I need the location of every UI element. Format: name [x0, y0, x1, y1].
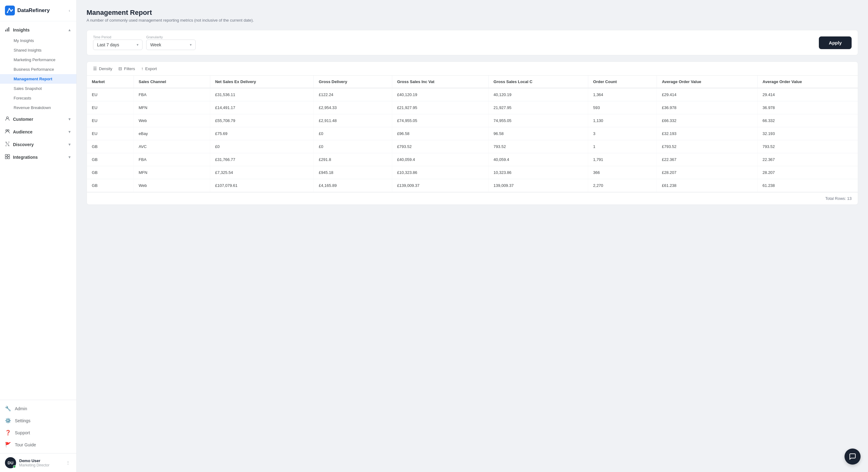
sidebar-item-forecasts[interactable]: Forecasts: [0, 93, 76, 103]
audience-label: Audience: [13, 129, 32, 134]
cell-gross-local: 40,120.19: [488, 88, 588, 101]
sidebar-item-management-report[interactable]: Management Report: [0, 74, 76, 84]
nav-section-audience-header[interactable]: Audience ▼: [0, 126, 76, 138]
cell-net-sales: £55,708.79: [210, 114, 313, 127]
support-nav-item[interactable]: ❓ Support: [0, 427, 76, 439]
audience-chevron: ▼: [68, 130, 71, 134]
data-table-card: ☰ Density ⊟ Filters ↑ Export Market: [87, 62, 858, 205]
nav-section-discovery-header[interactable]: Discovery ▼: [0, 138, 76, 150]
table-row: EU FBA £31,536.11 £122.24 £40,120.19 40,…: [87, 88, 858, 101]
filters-icon: ⊟: [118, 66, 122, 71]
granularity-chevron-icon: ▾: [190, 43, 192, 47]
granularity-label: Granularity: [146, 35, 196, 39]
time-period-filter-group: Time Period Last 7 days ▾: [93, 35, 143, 50]
table-row: EU eBay £75.69 £0 £96.58 96.58 3 £32.193…: [87, 127, 858, 140]
sidebar-item-business-performance[interactable]: Business Performance: [0, 65, 76, 74]
svg-rect-7: [8, 27, 9, 32]
settings-icon: ⚙️: [5, 418, 11, 424]
support-icon: ❓: [5, 430, 11, 436]
svg-rect-13: [5, 157, 7, 159]
export-toolbar-item[interactable]: ↑ Export: [141, 66, 157, 71]
cell-channel: eBay: [133, 127, 210, 140]
cell-gross-inc-vat: £10,323.86: [392, 166, 488, 179]
cell-channel: Web: [133, 179, 210, 192]
table-row: GB Web £107,079.61 £4,165.89 £139,009.37…: [87, 179, 858, 192]
table-scroll-container: Market Sales Channel Net Sales Ex Delive…: [87, 76, 858, 192]
insights-sub-items: My Insights Shared Insights Marketing Pe…: [0, 36, 76, 112]
svg-rect-11: [5, 155, 7, 156]
tour-guide-nav-item[interactable]: 🚩 Tour Guide: [0, 439, 76, 451]
settings-nav-item[interactable]: ⚙️ Settings: [0, 414, 76, 427]
cell-gross-local: 139,009.37: [488, 179, 588, 192]
sidebar-item-shared-insights[interactable]: Shared Insights: [0, 45, 76, 55]
col-net-sales: Net Sales Ex Delivery: [210, 76, 313, 88]
cell-net-sales: £14,491.17: [210, 101, 313, 114]
sidebar-logo: DataRefinery ‹: [0, 0, 76, 21]
nav-section-customer-header[interactable]: Customer ▼: [0, 113, 76, 125]
cell-gross-local: 74,955.05: [488, 114, 588, 127]
cell-gross-inc-vat: £40,120.19: [392, 88, 488, 101]
col-sales-channel: Sales Channel: [133, 76, 210, 88]
cell-avg-order-val1: £61.238: [657, 179, 757, 192]
granularity-select[interactable]: Week ▾: [146, 39, 196, 50]
cell-net-sales: £107,079.61: [210, 179, 313, 192]
cell-market: GB: [87, 153, 133, 166]
main-content-area: Management Report A number of commonly u…: [77, 0, 868, 472]
cell-market: EU: [87, 88, 133, 101]
cell-avg-order-val2: 36.978: [757, 101, 858, 114]
cell-gross-local: 21,927.95: [488, 101, 588, 114]
cell-gross-local: 793.52: [488, 140, 588, 153]
export-icon: ↑: [141, 66, 144, 71]
col-gross-delivery: Gross Delivery: [314, 76, 392, 88]
cell-channel: FBA: [133, 153, 210, 166]
integrations-label: Integrations: [13, 155, 38, 160]
cell-avg-order-val1: £22.367: [657, 153, 757, 166]
cell-order-count: 1,791: [588, 153, 657, 166]
sidebar-item-marketing-performance[interactable]: Marketing Performance: [0, 55, 76, 65]
cell-order-count: 1,130: [588, 114, 657, 127]
table-row: EU MFN £14,491.17 £2,954.33 £21,927.95 2…: [87, 101, 858, 114]
support-label: Support: [15, 430, 30, 435]
avatar: DU: [5, 457, 16, 468]
chat-bubble-button[interactable]: [844, 448, 861, 465]
time-period-select[interactable]: Last 7 days ▾: [93, 39, 143, 50]
apply-button[interactable]: Apply: [819, 36, 851, 49]
tour-guide-icon: 🚩: [5, 442, 11, 448]
customer-label: Customer: [13, 117, 33, 122]
export-label: Export: [145, 66, 157, 71]
audience-icon: [5, 129, 10, 135]
admin-nav-item[interactable]: 🔧 Admin: [0, 403, 76, 414]
col-gross-local: Gross Sales Local C: [488, 76, 588, 88]
sidebar-item-my-insights[interactable]: My Insights: [0, 36, 76, 45]
cell-gross-local: 10,323.86: [488, 166, 588, 179]
density-label: Density: [99, 66, 112, 71]
collapse-sidebar-button[interactable]: ‹: [67, 7, 71, 14]
sidebar-bottom: 🔧 Admin ⚙️ Settings ❓ Support 🚩 Tour Gui…: [0, 400, 76, 453]
sidebar-item-sales-snapshot[interactable]: Sales Snapshot: [0, 84, 76, 93]
insights-chevron: ▲: [68, 28, 71, 32]
cell-gross-delivery: £0: [314, 140, 392, 153]
admin-icon: 🔧: [5, 406, 11, 411]
cell-market: GB: [87, 179, 133, 192]
app-logo-icon: [5, 6, 15, 15]
filters-toolbar-item[interactable]: ⊟ Filters: [118, 66, 135, 71]
density-toolbar-item[interactable]: ☰ Density: [93, 66, 112, 71]
user-menu-button[interactable]: ⋮: [65, 459, 71, 466]
cell-channel: FBA: [133, 88, 210, 101]
col-avg-order-val2: Average Order Value: [757, 76, 858, 88]
cell-avg-order-val1: £29.414: [657, 88, 757, 101]
cell-avg-order-val1: £28.207: [657, 166, 757, 179]
nav-section-insights-header[interactable]: Insights ▲: [0, 24, 76, 36]
cell-gross-local: 40,059.4: [488, 153, 588, 166]
svg-rect-14: [8, 157, 9, 159]
nav-section-customer: Customer ▼: [0, 113, 76, 125]
cell-market: EU: [87, 101, 133, 114]
table-header-row: Market Sales Channel Net Sales Ex Delive…: [87, 76, 858, 88]
app-name: DataRefinery: [17, 7, 50, 13]
nav-section-integrations-header[interactable]: Integrations ▼: [0, 151, 76, 163]
user-role: Marketing Director: [19, 463, 65, 467]
filter-bar: Time Period Last 7 days ▾ Granularity We…: [87, 30, 858, 55]
page-subtitle: A number of commonly used management rep…: [87, 18, 858, 23]
sidebar-item-revenue-breakdown[interactable]: Revenue Breakdown: [0, 103, 76, 112]
cell-gross-local: 96.58: [488, 127, 588, 140]
